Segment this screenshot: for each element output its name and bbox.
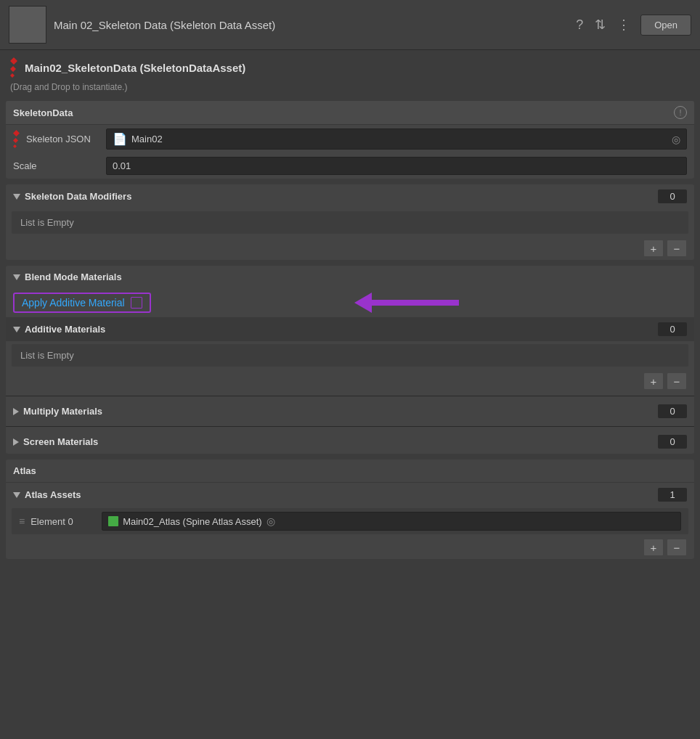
skeleton-modifiers-add-remove: + −: [6, 237, 694, 260]
atlas-assets-triangle-icon: [13, 492, 20, 498]
screen-count: 0: [658, 435, 687, 449]
asset-thumbnail: [9, 6, 46, 44]
skeleton-json-value[interactable]: 📄 Main02 ◎: [106, 128, 687, 150]
arrow-annotation: [354, 293, 459, 313]
atlas-asset-icon: [108, 516, 118, 526]
arrow-line: [372, 300, 459, 306]
atlas-add-button[interactable]: +: [643, 539, 664, 556]
apply-additive-row: Apply Additive Material: [6, 288, 694, 317]
component-title-bar: Main02_SkeletonData (SkeletonDataAsset): [0, 50, 700, 81]
inspector-header: Main 02_Skeleton Data (Skeleton Data Ass…: [0, 0, 700, 50]
additive-materials-title: Additive Materials: [25, 324, 654, 335]
skeleton-modifiers-empty: List is Empty: [12, 211, 688, 234]
skeleton-modifiers-add-button[interactable]: +: [643, 240, 664, 257]
skeleton-modifiers-count: 0: [658, 189, 687, 203]
skeleton-json-spine-icon: [13, 130, 20, 148]
blend-mode-title: Blend Mode Materials: [25, 271, 122, 282]
skeleton-json-label: Skeleton JSON: [26, 134, 91, 144]
scale-value[interactable]: 0.01: [106, 157, 687, 175]
skeleton-modifiers-section: Skeleton Data Modifiers 0 List is Empty …: [6, 184, 694, 260]
blend-mode-triangle-icon: [13, 274, 20, 280]
inspector-window: Main 02_Skeleton Data (Skeleton Data Ass…: [0, 0, 700, 739]
multiply-triangle-icon: [13, 408, 19, 415]
additive-count: 0: [658, 322, 687, 336]
component-name: Main02_SkeletonData (SkeletonDataAsset): [25, 62, 245, 74]
element-value[interactable]: Main02_Atlas (Spine Atlas Asset) ◎: [102, 512, 681, 531]
apply-additive-label: Apply Additive Material: [22, 297, 125, 309]
additive-triangle-icon: [13, 327, 20, 332]
skeleton-json-target-icon[interactable]: ◎: [672, 134, 680, 145]
scale-row: Scale 0.01: [6, 153, 694, 179]
atlas-count: 1: [658, 488, 687, 502]
atlas-label: Atlas: [6, 460, 694, 483]
skeleton-modifiers-header[interactable]: Skeleton Data Modifiers 0: [6, 184, 694, 208]
spine-icon: [10, 57, 17, 78]
skeleton-json-row: Skeleton JSON 📄 Main02 ◎: [6, 125, 694, 153]
screen-materials-header[interactable]: Screen Materials 0: [6, 430, 694, 454]
multiply-count: 0: [658, 404, 687, 418]
atlas-add-remove: + −: [6, 536, 694, 559]
apply-additive-label-box: Apply Additive Material: [13, 293, 151, 313]
sliders-button[interactable]: ⇅: [592, 15, 609, 34]
header-icons: ? ⇅ ⋮: [573, 15, 633, 34]
more-button[interactable]: ⋮: [614, 15, 633, 34]
additive-add-button[interactable]: +: [643, 372, 664, 390]
screen-triangle-icon: [13, 438, 19, 446]
additive-remove-button[interactable]: −: [667, 372, 687, 390]
drag-hint: (Drag and Drop to instantiate.): [0, 81, 700, 98]
skeleton-data-title: SkeletonData: [13, 107, 73, 118]
atlas-assets-title: Atlas Assets: [25, 489, 654, 500]
arrow-head-icon: [354, 293, 372, 313]
additive-list-empty: List is Empty: [12, 344, 688, 367]
blend-mode-header[interactable]: Blend Mode Materials: [6, 266, 694, 288]
header-title: Main 02_Skeleton Data (Skeleton Data Ass…: [54, 19, 566, 31]
blend-mode-section: Blend Mode Materials Apply Additive Mate…: [6, 266, 694, 454]
atlas-remove-button[interactable]: −: [667, 539, 687, 556]
additive-materials-header[interactable]: Additive Materials 0: [6, 317, 694, 341]
multiply-materials-header[interactable]: Multiply Materials 0: [6, 399, 694, 423]
apply-additive-checkbox[interactable]: [131, 297, 142, 309]
drag-handle-icon: ≡: [19, 515, 25, 527]
help-button[interactable]: ?: [573, 16, 586, 34]
element-label: Element 0: [30, 516, 96, 527]
info-icon: !: [674, 106, 687, 119]
skeleton-modifiers-title: Skeleton Data Modifiers: [25, 191, 654, 202]
atlas-section: Atlas Atlas Assets 1 ≡ Element 0 Main02_…: [6, 460, 694, 559]
additive-add-remove: + −: [6, 370, 694, 393]
atlas-element-row: ≡ Element 0 Main02_Atlas (Spine Atlas As…: [12, 508, 688, 534]
atlas-assets-header[interactable]: Atlas Assets 1: [6, 483, 694, 507]
screen-materials-title: Screen Materials: [23, 436, 654, 447]
multiply-materials-title: Multiply Materials: [23, 406, 654, 417]
skeleton-data-header: SkeletonData !: [6, 101, 694, 125]
triangle-down-icon: [13, 194, 20, 200]
atlas-target-icon[interactable]: ◎: [266, 515, 275, 527]
scale-label: Scale: [13, 160, 100, 171]
skeleton-modifiers-remove-button[interactable]: −: [667, 240, 687, 257]
open-button[interactable]: Open: [640, 15, 691, 36]
skeleton-data-section: SkeletonData ! Skeleton JSON 📄 Main02 ◎: [6, 101, 694, 179]
